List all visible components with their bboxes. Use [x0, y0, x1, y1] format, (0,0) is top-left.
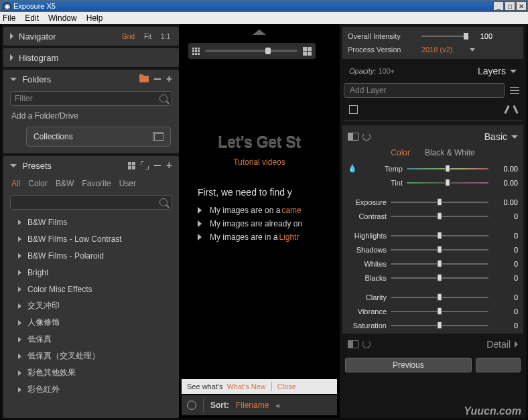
tab-user[interactable]: User [119, 179, 136, 188]
slider-value[interactable]: 0 [492, 212, 518, 220]
slider-row: Clarity0 [348, 290, 518, 304]
opacity-value[interactable]: 100 [378, 67, 390, 75]
tab-bw[interactable]: B&W [56, 179, 74, 188]
whats-new-link[interactable]: What's New [226, 382, 265, 391]
slider-value[interactable]: 0 [492, 260, 518, 268]
view-fit[interactable]: Fit [142, 33, 153, 40]
slider[interactable] [391, 277, 488, 279]
close-button[interactable]: ✕ [516, 1, 527, 11]
preset-item[interactable]: Bright [3, 264, 179, 281]
previous-button[interactable]: Previous [345, 358, 472, 372]
chevron-down-icon[interactable] [510, 70, 517, 73]
remove-folder-button[interactable] [154, 78, 161, 80]
preset-item[interactable]: 低保真（交叉处理） [3, 348, 179, 364]
gear-icon[interactable] [187, 401, 196, 410]
intensity-value[interactable]: 100 [472, 32, 492, 40]
intensity-slider[interactable] [421, 36, 468, 37]
slider[interactable] [391, 263, 488, 265]
eyedropper-icon[interactable]: 💧 [348, 164, 360, 173]
view-1to1[interactable]: 1:1 [159, 33, 172, 40]
brush-icon[interactable] [504, 104, 509, 113]
reset-icon[interactable] [362, 133, 371, 141]
slider[interactable] [407, 182, 488, 184]
expand-icon[interactable] [141, 161, 149, 169]
view-grid[interactable]: Grid [120, 33, 137, 40]
slider-value[interactable]: 0 [492, 246, 518, 254]
preset-item[interactable]: B&W Films - Low Contrast [3, 230, 179, 247]
slider-value[interactable]: 0.00 [492, 198, 518, 206]
slider[interactable] [391, 235, 488, 236]
next-button[interactable] [476, 358, 521, 372]
preset-filter-input[interactable] [10, 195, 172, 210]
close-bar-button[interactable]: Close [277, 382, 296, 391]
minimize-button[interactable]: _ [493, 1, 504, 11]
slider-value[interactable]: 0 [492, 322, 518, 330]
collections-item[interactable]: Collections [26, 127, 171, 147]
collapse-up-icon[interactable] [253, 29, 266, 35]
tab-bw[interactable]: Black & White [425, 148, 475, 157]
stack-icon [154, 133, 163, 141]
option-row[interactable]: My images are already on [198, 219, 340, 228]
eraser-icon[interactable] [513, 104, 518, 113]
chevron-down-icon[interactable] [511, 135, 518, 139]
slider[interactable] [391, 297, 488, 298]
add-preset-button[interactable]: + [166, 159, 172, 171]
menu-help[interactable]: Help [86, 13, 103, 23]
slider[interactable] [391, 202, 488, 203]
add-folder-button[interactable]: + [166, 73, 172, 85]
chevron-right-icon[interactable] [10, 54, 13, 61]
thumb-large-icon[interactable] [303, 47, 312, 56]
tab-all[interactable]: All [11, 179, 20, 188]
preset-item[interactable]: 彩色红外 [3, 381, 179, 398]
compare-icon[interactable] [348, 133, 358, 141]
preset-item[interactable]: B&W Films [3, 214, 179, 230]
add-layer-input[interactable]: Add Layer [344, 83, 505, 98]
menu-window[interactable]: Window [48, 13, 77, 23]
chevron-down-icon[interactable] [470, 48, 475, 52]
slider[interactable] [391, 325, 488, 326]
slider-value[interactable]: 0 [492, 307, 518, 316]
preset-item[interactable]: 彩色其他效果 [3, 364, 179, 381]
thumbnail-slider[interactable] [205, 50, 298, 52]
process-value[interactable]: 2018 (v2) [421, 46, 466, 54]
option-row[interactable]: My images are in a Lightr [198, 232, 340, 242]
folder-icon[interactable] [139, 76, 149, 82]
option-row[interactable]: My images are on a came [198, 206, 340, 215]
folder-filter-input[interactable]: Filter [10, 91, 172, 106]
crop-icon[interactable] [349, 105, 358, 114]
thumb-small-icon[interactable] [192, 48, 200, 55]
preset-item[interactable]: 低保真 [3, 331, 179, 348]
preset-item[interactable]: 人像修饰 [3, 314, 179, 331]
slider-value[interactable]: 0.00 [492, 165, 518, 173]
tutorial-link[interactable]: Tutorial videos [179, 157, 340, 167]
tab-color[interactable]: Color [28, 179, 48, 188]
preset-item[interactable]: 交叉冲印 [3, 297, 179, 314]
menu-edit[interactable]: Edit [25, 13, 39, 23]
tab-favorite[interactable]: Favorite [82, 179, 111, 188]
slider[interactable] [391, 311, 488, 312]
preset-item[interactable]: B&W Films - Polaroid [3, 247, 179, 264]
chevron-right-icon[interactable] [515, 341, 518, 348]
maximize-button[interactable]: □ [505, 1, 515, 11]
preset-item[interactable]: Color Misc Effects [3, 281, 179, 297]
menu-file[interactable]: File [3, 13, 15, 23]
grid-icon[interactable] [128, 162, 135, 169]
slider-value[interactable]: 0.00 [492, 179, 518, 187]
tab-color[interactable]: Color [391, 148, 410, 157]
slider[interactable] [391, 216, 488, 217]
chevron-down-icon[interactable] [10, 78, 17, 81]
sort-value[interactable]: Filename [236, 401, 269, 410]
slider-value[interactable]: 0 [492, 293, 518, 301]
reset-icon[interactable] [362, 340, 371, 348]
slider-value[interactable]: 0 [492, 274, 518, 282]
layer-menu-icon[interactable] [507, 83, 522, 98]
chevron-right-icon[interactable] [10, 33, 13, 40]
slider[interactable] [407, 168, 488, 169]
slider-value[interactable]: 0 [492, 232, 518, 240]
slider[interactable] [391, 249, 488, 251]
add-folder-drive[interactable]: Add a Folder/Drive [3, 109, 179, 123]
chevron-down-icon[interactable] [10, 164, 17, 167]
remove-preset-button[interactable] [154, 165, 161, 166]
navigator-title: Navigator [19, 31, 56, 42]
thumbnail-size-bar [188, 43, 316, 59]
